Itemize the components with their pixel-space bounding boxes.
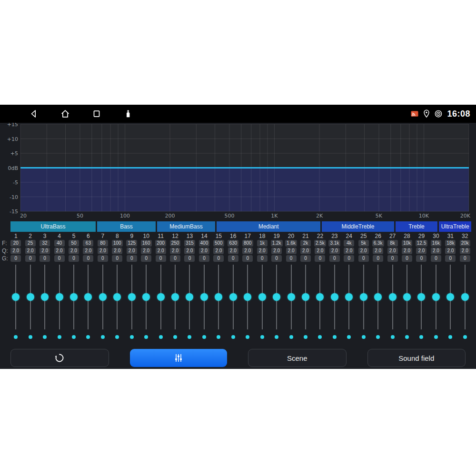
slider-knob[interactable] (142, 293, 150, 301)
slider-knob[interactable] (27, 293, 34, 301)
gain-slider[interactable] (316, 265, 324, 329)
band-bass[interactable]: Bass (97, 221, 155, 232)
slider-knob[interactable] (157, 293, 165, 301)
slider-knob[interactable] (331, 293, 338, 301)
q-chip: 2.0 (83, 248, 93, 254)
slider-knob[interactable] (70, 293, 78, 301)
gain-slider[interactable] (388, 265, 397, 329)
slider-knob[interactable] (273, 293, 280, 301)
scene-button[interactable]: Scene (248, 349, 347, 367)
slider-knob[interactable] (360, 293, 367, 301)
slider-knob[interactable] (84, 293, 92, 301)
slider-knob[interactable] (113, 293, 121, 301)
gain-slider[interactable] (171, 265, 179, 329)
freq-chip: 20k (460, 240, 470, 247)
band-treble[interactable]: Treble (396, 221, 438, 232)
band-middletreble[interactable]: MiddleTreble (322, 221, 394, 232)
slider-knob[interactable] (417, 293, 425, 301)
slider-knob[interactable] (403, 293, 411, 301)
band-mediant[interactable]: Mediant (217, 221, 320, 232)
gain-slider[interactable] (287, 265, 296, 329)
gain-slider[interactable] (374, 265, 382, 329)
slider-knob[interactable] (374, 293, 382, 301)
channel-number: 31 (447, 233, 454, 240)
gain-slider[interactable] (11, 265, 20, 329)
gain-row-label: G: (2, 255, 8, 263)
gain-slider[interactable] (128, 265, 136, 329)
gain-slider[interactable] (359, 265, 368, 329)
slider-knob[interactable] (345, 293, 353, 301)
channel-dot (260, 335, 264, 339)
slider-knob[interactable] (215, 293, 222, 301)
location-icon (422, 109, 431, 119)
gain-slider[interactable] (461, 265, 469, 329)
gain-slider[interactable] (142, 265, 150, 329)
eq-channel-column: 212k2.00 (298, 233, 313, 339)
slider-knob[interactable] (200, 293, 208, 301)
slider-knob[interactable] (288, 293, 295, 301)
freq-chip: 6.3k (372, 240, 384, 247)
gain-slider[interactable] (446, 265, 455, 329)
slider-knob[interactable] (12, 293, 20, 301)
slider-knob[interactable] (229, 293, 237, 301)
gain-slider[interactable] (432, 265, 440, 329)
slider-knob[interactable] (461, 293, 469, 301)
slider-knob[interactable] (186, 293, 193, 301)
slider-knob[interactable] (302, 293, 309, 301)
freq-chip: 1k (257, 240, 268, 247)
gain-slider[interactable] (40, 265, 49, 329)
slider-knob[interactable] (41, 293, 49, 301)
gain-slider[interactable] (157, 265, 165, 329)
gain-slider[interactable] (185, 265, 194, 329)
eq-channel-column: 255k2.00 (357, 233, 371, 339)
gain-slider[interactable] (243, 265, 252, 329)
slider-knob[interactable] (56, 293, 63, 301)
freq-chip: 63 (83, 240, 93, 247)
band-mediumbass[interactable]: MediumBass (157, 221, 215, 232)
q-chip: 2.0 (170, 248, 180, 254)
gain-slider[interactable] (301, 265, 310, 329)
freq-chip: 1.6k (285, 240, 297, 247)
back-icon[interactable] (29, 109, 39, 119)
gain-slider[interactable] (55, 265, 64, 329)
equalizer-tab-button[interactable] (130, 349, 228, 367)
slider-knob[interactable] (99, 293, 107, 301)
slider-knob[interactable] (316, 293, 324, 301)
gain-slider[interactable] (214, 265, 223, 329)
slider-knob[interactable] (432, 293, 440, 301)
slider-knob[interactable] (171, 293, 179, 301)
gain-slider[interactable] (345, 265, 353, 329)
recents-icon[interactable] (91, 109, 102, 119)
gain-chip: 0 (69, 255, 79, 262)
gain-slider[interactable] (99, 265, 107, 329)
gain-slider[interactable] (272, 265, 281, 329)
freq-chip: 3.1k (328, 240, 340, 247)
gain-slider[interactable] (113, 265, 121, 329)
sound-field-button[interactable]: Sound field (367, 349, 466, 367)
slider-knob[interactable] (128, 293, 136, 301)
slider-knob[interactable] (244, 293, 251, 301)
usb-icon[interactable] (123, 109, 133, 119)
gain-slider[interactable] (258, 265, 267, 329)
gain-slider[interactable] (403, 265, 411, 329)
q-chip: 2.0 (228, 248, 238, 254)
reset-button[interactable] (10, 349, 109, 367)
gain-chip: 0 (460, 255, 470, 262)
channel-number: 5 (72, 233, 76, 240)
gain-slider[interactable] (69, 265, 78, 329)
slider-knob[interactable] (258, 293, 266, 301)
home-icon[interactable] (60, 109, 70, 119)
slider-knob[interactable] (389, 293, 397, 301)
band-ultrabass[interactable]: UltraBass (10, 221, 96, 232)
gain-chip: 0 (54, 255, 65, 262)
band-ultratreble[interactable]: UltraTreble (439, 221, 471, 232)
gain-slider[interactable] (229, 265, 238, 329)
gain-slider[interactable] (330, 265, 339, 329)
gain-slider[interactable] (26, 265, 35, 329)
gain-slider[interactable] (84, 265, 92, 329)
gain-slider[interactable] (417, 265, 426, 329)
fqg-row-labels: F: Q: G: (2, 240, 8, 263)
gain-chip: 0 (358, 255, 369, 262)
gain-slider[interactable] (200, 265, 208, 329)
slider-knob[interactable] (446, 293, 454, 301)
